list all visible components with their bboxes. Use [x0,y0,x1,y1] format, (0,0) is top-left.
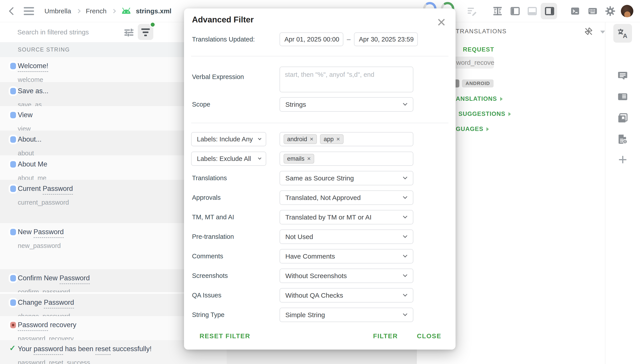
section-link-text: ANSLATIONS [456,96,497,102]
divider [191,56,449,56]
translated-status-icon [10,186,16,192]
context-icon [617,91,628,102]
side-by-side-view-button[interactable] [491,0,504,22]
tab-file-info[interactable] [613,130,632,148]
chevron-down-icon [403,292,407,296]
filter-active-badge [150,22,155,28]
tab-glossary[interactable] [613,109,632,128]
verbal-expression-label: Verbal Expression [191,73,280,80]
translate-icon: A [616,27,629,40]
translations-updated-row: Translations Updated: Apr 01, 2025 00:00… [191,32,449,46]
breadcrumb-project[interactable]: Umbrella [45,7,71,15]
label-mode-select[interactable]: Labels: Exclude All [191,152,266,166]
remove-tag-icon[interactable]: × [307,155,311,162]
translations-updated-label: Translations Updated: [191,36,280,43]
date-from-input[interactable]: Apr 01, 2025 00:00 [280,32,343,46]
main-menu-button[interactable] [22,0,36,22]
scope-select[interactable]: Strings [280,97,413,112]
apply-filter-button[interactable]: FILTER [373,332,398,340]
tag-text: emails [287,155,304,162]
chevron-right-icon [486,127,489,131]
unpin-button[interactable] [583,26,593,37]
keyboard-shortcuts-button[interactable] [586,0,599,22]
select-value: Translated by TM or MT or AI [285,214,371,221]
breadcrumb-language[interactable]: French [86,7,106,15]
translated-status-icon [10,112,16,118]
modal-footer: RESET FILTER FILTER CLOSE [184,326,456,350]
chevron-down-icon [403,234,407,238]
advanced-filter-modal: Advanced Filter ✕ Translations Updated: … [184,8,456,350]
section-link-text: SUGGESTIONS [459,110,505,118]
bottom-panel-view-icon [527,6,538,16]
filter-row-screenshots: ScreenshotsWithout Screenshots [191,268,449,283]
divider [191,123,449,123]
console-button[interactable] [569,0,581,22]
filter-label: Screenshots [191,272,280,280]
filter-select[interactable]: Without Screenshots [280,268,413,283]
comments-icon [617,70,628,82]
search-settings-button[interactable] [121,25,137,40]
filter-select[interactable]: Have Comments [280,249,413,264]
edit-strings-button[interactable] [466,0,478,22]
section-link-anslations[interactable]: ANSLATIONS [456,96,503,102]
select-value: Without QA Checks [285,292,343,299]
date-range-separator: – [343,36,354,43]
settings-button[interactable] [604,0,616,22]
label-tags-input[interactable]: emails× [280,152,413,166]
filter-label: QA Issues [191,292,280,299]
label-filter-row-1: Labels: Exclude Allemails× [191,152,449,166]
android-badge: ANDROID [462,80,494,88]
filter-select[interactable]: Same as Source String [280,171,413,185]
tag-text: android [287,136,307,143]
section-link-guages[interactable]: GUAGES [456,126,489,132]
label-tags-input[interactable]: android×app× [280,132,413,146]
modal-close-button[interactable]: ✕ [437,18,446,27]
translated-status-icon [10,161,16,168]
chevron-down-icon [403,194,407,199]
filter-select[interactable]: Without QA Checks [280,288,413,302]
select-value: Not Used [285,233,313,240]
breadcrumb-file[interactable]: strings.xml [136,7,171,15]
sidebar-icon-strip: A [605,22,640,364]
svg-text:A: A [623,32,627,39]
filter-label: Pre-translation [191,233,280,240]
tab-comments[interactable] [613,66,632,85]
translated-status-icon [10,300,16,306]
bottom-panel-view-button[interactable] [526,0,538,22]
chevron-down-icon [258,156,262,160]
request-button[interactable]: REQUEST [463,46,494,53]
scope-label: Scope [191,101,280,108]
tab-context[interactable] [613,88,632,106]
search-input[interactable] [17,26,115,38]
remove-tag-icon[interactable]: × [310,136,313,143]
filter-select[interactable]: Translated by TM or MT or AI [280,210,413,224]
remove-tag-icon[interactable]: × [336,136,340,143]
filter-select[interactable]: Translated, Not Approved [280,190,413,205]
verbal-expression-input[interactable] [280,66,413,92]
chevron-right-icon [500,97,503,101]
avatar[interactable] [621,5,633,17]
select-value: Same as Source String [285,174,354,182]
panel-collapse-chevron[interactable] [600,31,605,34]
tab-translations[interactable]: A [613,24,632,42]
filter-button[interactable] [138,24,153,40]
right-panel-view-button[interactable] [543,0,556,22]
filter-select[interactable]: Simple String [280,308,413,322]
approved-check-icon: ✓ [9,344,16,352]
filter-select[interactable]: Not Used [280,230,413,244]
add-panel-button[interactable] [613,150,632,169]
left-panel-view-button[interactable] [509,0,521,22]
reset-filter-button[interactable]: RESET FILTER [199,332,250,340]
section-link-suggestions[interactable]: SUGGESTIONS [459,110,511,118]
tune-icon [123,26,135,38]
close-modal-button[interactable]: CLOSE [417,332,441,340]
date-to-input[interactable]: Apr 30, 2025 23:59 [354,32,418,46]
file-info-icon [617,134,628,145]
string-key-chip: word_recovery [449,56,494,68]
filter-label: Approvals [191,194,280,201]
pin-slash-icon [583,26,593,36]
filter-row-qa-issues: QA IssuesWithout QA Checks [191,288,449,302]
tag-text: app [324,136,334,143]
back-button[interactable] [6,0,20,22]
label-mode-select[interactable]: Labels: Include Any [191,132,266,146]
